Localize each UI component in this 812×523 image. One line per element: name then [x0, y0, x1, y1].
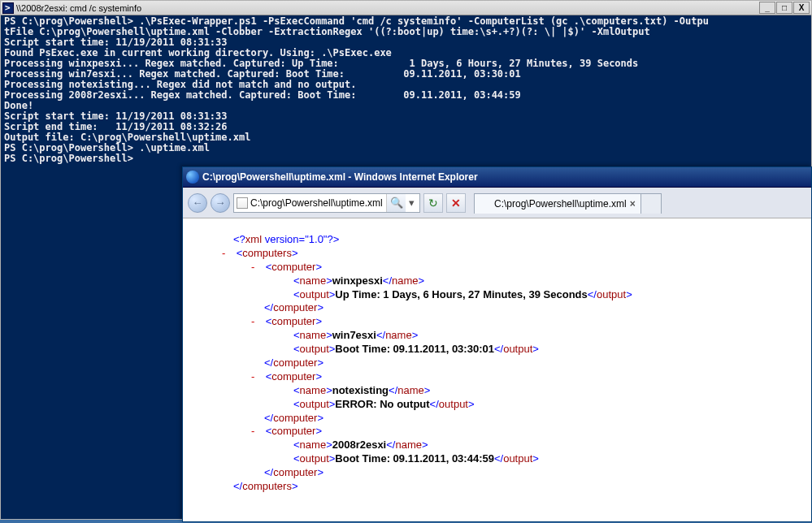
forward-button[interactable]: → — [211, 193, 230, 213]
minimize-button[interactable]: _ — [759, 2, 775, 14]
console-title: \\2008r2esxi: cmd /c systeminfo — [16, 3, 758, 13]
address-text: C:\prog\Powershell\uptime.xml — [250, 197, 386, 209]
search-dropdown-icon[interactable]: 🔍 — [386, 194, 406, 212]
address-bar[interactable]: C:\prog\Powershell\uptime.xml 🔍 ▾ — [233, 193, 420, 213]
powershell-icon — [2, 2, 14, 14]
close-button[interactable]: X — [793, 2, 810, 14]
ie-title: C:\prog\Powershell\uptime.xml - Windows … — [202, 171, 808, 183]
page-icon — [237, 197, 248, 209]
tab-active[interactable]: C:\prog\Powershell\uptime.xml × — [474, 193, 641, 214]
stop-button[interactable]: ✕ — [446, 193, 466, 213]
ie-window: C:\prog\Powershell\uptime.xml - Windows … — [182, 166, 812, 522]
maximize-button[interactable]: □ — [776, 2, 792, 14]
tab-strip: C:\prog\Powershell\uptime.xml × — [474, 192, 662, 214]
ie-toolbar: ← → C:\prog\Powershell\uptime.xml 🔍 ▾ ↻ … — [183, 188, 811, 218]
ie-titlebar[interactable]: C:\prog\Powershell\uptime.xml - Windows … — [183, 167, 811, 188]
new-tab-button[interactable] — [640, 193, 662, 214]
dropdown-icon[interactable]: ▾ — [406, 194, 417, 212]
tab-close-icon[interactable]: × — [630, 198, 636, 210]
refresh-button[interactable]: ↻ — [423, 193, 443, 213]
console-titlebar[interactable]: \\2008r2esxi: cmd /c systeminfo _ □ X — [1, 1, 811, 15]
ie-document-view: <?xml version="1.0"?>- <computers>- <com… — [183, 218, 811, 521]
tab-label: C:\prog\Powershell\uptime.xml — [494, 198, 627, 210]
ie-icon — [480, 198, 491, 210]
ie-icon — [186, 171, 199, 184]
back-button[interactable]: ← — [188, 193, 207, 213]
